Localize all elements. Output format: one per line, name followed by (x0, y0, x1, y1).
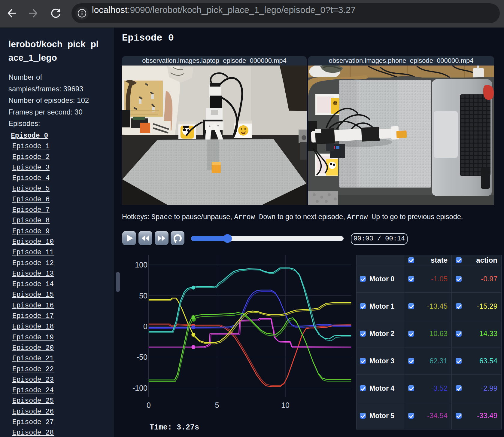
svg-text:50: 50 (139, 292, 147, 300)
svg-text:-100: -100 (132, 384, 147, 392)
svg-text:0: 0 (143, 322, 147, 331)
svg-text:Time: 3.27s: Time: 3.27s (150, 423, 199, 432)
svg-text:5: 5 (215, 401, 219, 409)
svg-text:10: 10 (281, 401, 290, 409)
svg-text:100: 100 (135, 261, 147, 269)
svg-text:0: 0 (147, 401, 151, 409)
svg-text:-50: -50 (137, 353, 147, 361)
